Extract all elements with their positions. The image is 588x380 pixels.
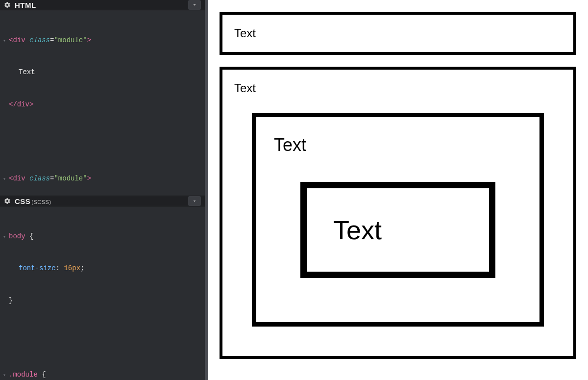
- preview-module-1: Text: [220, 12, 576, 55]
- module-text: Text: [234, 81, 256, 95]
- html-panel-title: HTML: [15, 1, 36, 9]
- css-panel-header: CSS(SCSS): [0, 196, 205, 206]
- gear-icon[interactable]: [4, 1, 11, 8]
- css-editor[interactable]: body { font-size: 16px; } .module { font…: [0, 206, 205, 380]
- module-text: Text: [274, 135, 306, 155]
- html-panel-collapse-button[interactable]: [188, 0, 201, 10]
- preview-pane: Text Text Text Text: [205, 0, 588, 380]
- preview-module-2: Text Text Text: [220, 67, 576, 359]
- css-panel-collapse-button[interactable]: [188, 196, 201, 206]
- chevron-down-icon: [192, 198, 197, 204]
- preview-module-3: Text Text: [252, 113, 544, 327]
- preview-module-4: Text: [300, 182, 495, 278]
- preview-body: Text Text Text Text: [208, 12, 588, 359]
- app-root: HTML <div class="module"> Text </div> <d…: [0, 0, 588, 380]
- html-editor[interactable]: <div class="module"> Text </div> <div cl…: [0, 10, 205, 196]
- module-text: Text: [333, 215, 382, 245]
- chevron-down-icon: [192, 2, 197, 8]
- css-panel-title: CSS(SCSS): [15, 197, 51, 205]
- module-text: Text: [234, 26, 256, 40]
- editor-column: HTML <div class="module"> Text </div> <d…: [0, 0, 205, 380]
- gear-icon[interactable]: [4, 198, 11, 204]
- html-panel-header: HTML: [0, 0, 205, 10]
